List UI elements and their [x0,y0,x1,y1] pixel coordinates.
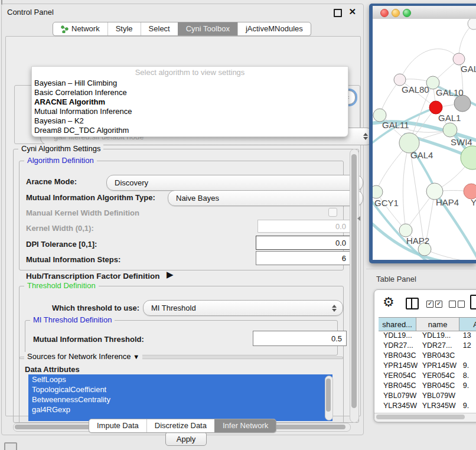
table-cell: YBR043C [379,351,418,361]
table-cell: YDL19... [379,331,418,341]
aracne-mode-label: Aracne Mode: [26,177,77,186]
window-minimize-icon[interactable] [392,9,400,17]
network-node[interactable] [453,53,465,65]
table-cell: YBR045C [379,381,418,391]
hub-expand-icon[interactable]: ▶ [167,269,174,280]
algorithm-option[interactable]: Mutual Information Inference [32,107,348,116]
network-node[interactable] [399,224,412,237]
network-node[interactable] [443,123,457,137]
table-cell: YER054C [418,371,461,381]
mi-type-combo[interactable]: Naive Bayes [168,190,363,206]
table-panel-title: Table Panel [376,275,416,283]
table-row[interactable]: YPR145WYPR145W9. [379,361,476,371]
table-cell: YBR043C [418,351,461,361]
tab-network[interactable]: Network [53,22,107,35]
algorithm-option[interactable]: Basic Correlation Inference [32,88,348,97]
data-attribute-item[interactable]: gal4RGexp [28,405,332,415]
table-cell: 9. [461,401,476,411]
table-row[interactable]: YER054CYER054C8. [379,371,476,381]
node-label: GAL11 [382,120,409,130]
algorithm-dropdown-placeholder[interactable]: Select algorithm to view settings [32,67,348,79]
network-node[interactable] [394,74,406,86]
aracne-mode-combo[interactable]: Discovery [106,175,363,191]
data-attribute-item[interactable]: TopologicalCoefficient [28,384,332,394]
kernel-width-field[interactable]: 0.0 [257,220,351,233]
network-node[interactable] [468,19,476,30]
tab-jactivemnodules[interactable]: jActiveMNodules [237,22,311,35]
node-label: GAL10 [436,87,464,97]
node-label: GAL4 [410,150,433,160]
which-threshold-combo[interactable]: MI Threshold [143,300,343,316]
split-pane-collapse-icon[interactable] [357,216,360,221]
column-visibility-icon[interactable] [406,298,419,309]
control-panel-title: Control Panel [7,8,54,17]
export-table-icon[interactable] [470,295,476,309]
app-root: { "colors": { "selection_blue": "#3875d6… [0,0,476,450]
column-header[interactable]: shared... [379,318,416,331]
network-edge[interactable] [400,49,459,80]
network-canvas[interactable]: GALGAL80GAL10GAL1GAL11SWI4GAL4GCY1HAP4YH… [373,19,476,260]
mi-threshold-field[interactable]: 0.5 [253,331,347,346]
sources-collapse-icon[interactable]: ▼ [133,353,139,360]
network-node[interactable] [429,101,442,114]
hub-section-label[interactable]: Hub/Transcription Factor Definition [26,272,160,281]
mi-type-label: Mutual Information Algorithm Type: [26,193,155,202]
column-header[interactable]: name [416,318,459,331]
table-cell: 9. [461,361,476,371]
window-close-icon[interactable] [380,9,389,17]
tab-cyni-toolbox[interactable]: Cyni Toolbox [178,22,237,35]
kernel-width-label: Kernel Width (0,1): [26,224,94,233]
network-edge[interactable] [403,143,409,230]
sources-legend[interactable]: Sources for Network Inference ▼ [24,352,142,361]
close-panel-icon[interactable]: ✕ [348,6,356,17]
window-zoom-icon[interactable] [403,9,411,17]
mi-steps-field[interactable]: 6 [256,251,351,265]
table-browser-window: ⚙ ✓✓ shared...nameA YDL19...YDL19...13YD… [374,289,476,422]
algorithm-option[interactable]: Dream8 DC_TDC Algorithm [32,126,348,135]
threshold-definition-legend: Threshold Definition [24,281,99,290]
tab-style[interactable]: Style [107,22,141,35]
cyni-toolbox-panel: galFiltered.sif default node Cyni Algori… [5,36,361,416]
tab-select[interactable]: Select [141,22,178,35]
algorithm-option[interactable]: Bayesian – Hill Climbing [32,79,348,88]
manual-kernel-checkbox[interactable] [328,208,337,217]
table-row[interactable]: YDR27...YDR27...12 [379,341,476,351]
deselect-all-icon[interactable] [449,301,467,311]
network-node[interactable] [454,95,471,112]
table-row[interactable]: YDL19...YDL19...13 [379,331,476,341]
bottom-tab-impute-data[interactable]: Impute Data [89,419,146,432]
node-label: GCY1 [374,198,399,208]
bottom-tab-discretize-data[interactable]: Discretize Data [146,419,214,432]
table-cell: YBL079W [379,391,418,401]
node-label: GAL1 [438,113,461,123]
table-row[interactable]: YLR345WYLR345W9. [379,401,476,411]
network-view-window: GALGAL80GAL10GAL1GAL11SWI4GAL4GCY1HAP4YH… [369,4,476,263]
data-attribute-item[interactable]: BetweennessCentrality [28,394,332,405]
algorithm-option[interactable]: Bayesian – K2 [32,116,348,126]
table-horizontal-scrollbar[interactable] [374,413,476,421]
node-label: HAP4 [436,197,459,207]
attributes-list-scrollbar[interactable] [325,376,333,420]
table-cell: 12 [461,341,476,351]
dpi-tolerance-field[interactable]: 0.0 [256,236,351,250]
network-node[interactable] [373,185,383,198]
minimized-panel-icon[interactable] [4,442,17,450]
data-attributes-list[interactable]: SelfLoopsTopologicalCoefficientBetweenne… [28,374,332,421]
table-row[interactable]: YBR043CYBR043C [379,351,476,361]
bottom-tab-infer-network[interactable]: Infer Network [214,419,276,432]
select-all-icon[interactable]: ✓✓ [426,301,444,311]
table-settings-gear-icon[interactable]: ⚙ [383,295,395,310]
cyni-algorithm-settings-legend: Cyni Algorithm Settings [18,144,103,153]
table-cell: YDL19... [418,331,461,341]
float-panel-icon[interactable] [334,9,342,17]
network-node[interactable] [461,146,476,169]
column-header[interactable]: A [459,318,476,331]
table-row[interactable]: YBR045CYBR045C9. [379,381,476,391]
algorithm-option[interactable]: ARACNE Algorithm [32,97,348,107]
apply-button[interactable]: Apply [165,432,207,446]
node-label: Y [471,197,476,207]
settings-vertical-scrollbar[interactable] [350,149,359,423]
network-window-titlebar[interactable] [373,6,476,19]
data-attribute-item[interactable]: SelfLoops [28,374,332,384]
table-row[interactable]: YBL079WYBL079W [379,391,476,401]
